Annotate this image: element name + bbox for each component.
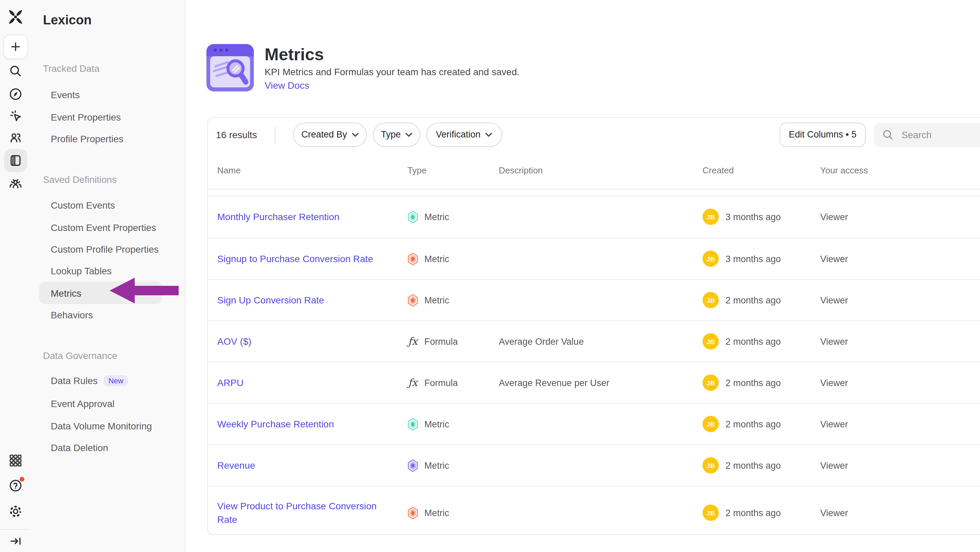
table-row[interactable]: Revenue Metric JB 2 months ago Viewer [208,444,980,486]
scrolled-row-sliver [208,188,980,195]
users-icon[interactable] [8,131,22,144]
metric-name-link[interactable]: ARPU [217,376,407,389]
sidebar-item-data-rules[interactable]: Data Rules New [51,375,128,386]
col-your-access: Your access [820,165,980,175]
type-label: Metric [424,508,449,518]
lexicon-book-icon-active[interactable] [4,149,27,172]
formula-fx-icon: ƒx [407,377,418,389]
filter-created-by[interactable]: Created By [293,122,367,147]
table-row[interactable]: Monthly Purchaser Retention Metric JB 3 … [208,195,980,238]
creator-avatar: JB [703,292,719,308]
chevron-down-icon [406,132,412,136]
table-row[interactable]: Sign Up Conversion Rate Metric JB 2 mont… [208,279,980,321]
type-label: Formula [424,378,458,388]
metric-name-link[interactable]: Signup to Purchase Conversion Rate [217,252,407,265]
sidebar-item-event-properties[interactable]: Event Properties [51,112,121,122]
metric-name-link[interactable]: Sign Up Conversion Rate [217,293,407,307]
table-row[interactable]: View Product to Purchase Conversion Rate… [208,486,980,535]
sidebar-item-custom-event-properties[interactable]: Custom Event Properties [51,222,156,233]
events-cursor-icon[interactable] [8,109,22,123]
creator-avatar: JB [703,457,719,474]
page-title: Metrics [265,45,324,64]
edit-columns-button[interactable]: Edit Columns • 5 [780,122,865,147]
toolbar-divider [274,126,275,143]
new-report-plus-button[interactable] [3,34,27,59]
new-badge: New [104,375,128,386]
type-label: Metric [424,460,449,471]
type-label: Metric [424,295,449,305]
metric-name-link[interactable]: Weekly Purchase Retention [217,417,407,431]
settings-gear-icon[interactable] [8,504,22,518]
metric-name-link[interactable]: Monthly Purchaser Retention [217,210,407,224]
created-date: 2 months ago [725,336,781,346]
created-date: 3 months ago [725,212,781,222]
search-input[interactable] [900,128,977,140]
type-label: Metric [424,254,449,264]
section-data-governance: Data Governance [43,350,117,361]
metric-hexagon-orange-icon [407,252,418,265]
sidebar-item-profile-properties[interactable]: Profile Properties [51,133,124,144]
results-count: 16 results [216,122,257,147]
sidebar-item-lookup-tables[interactable]: Lookup Tables [51,265,112,276]
metric-name-link[interactable]: View Product to Purchase Conversion Rate [217,499,407,526]
page-description: KPI Metrics and Formulas your team has c… [265,66,519,77]
chevron-down-icon [485,132,492,136]
chevron-down-icon [352,132,359,136]
help-question-icon[interactable] [8,479,22,492]
lexicon-sidebar: Lexicon Tracked Data Events Event Proper… [30,0,185,552]
filter-verification[interactable]: Verification [426,122,502,147]
sidebar-item-data-deletion[interactable]: Data Deletion [51,442,108,453]
table-row[interactable]: ARPU ƒx Formula Average Revenue per User… [208,362,980,403]
section-tracked-data: Tracked Data [43,63,100,74]
apps-grid-icon[interactable] [8,454,22,467]
section-saved-definitions: Saved Definitions [43,174,117,185]
metric-hexagon-teal-icon [407,211,418,223]
creator-avatar: JB [703,209,719,225]
metric-hexagon-orange-icon [407,507,418,520]
table-row[interactable]: Weekly Purchase Retention Metric JB 2 mo… [208,403,980,444]
table-body: Monthly Purchaser Retention Metric JB 3 … [208,188,980,535]
col-created: Created [703,165,820,175]
access-cell: Viewer [820,336,980,346]
created-date: 2 months ago [725,460,781,471]
creator-avatar: JB [703,333,719,349]
sidebar-item-metrics[interactable]: Metrics [51,287,81,298]
type-label: Metric [424,212,449,222]
search-icon[interactable] [8,64,22,78]
access-cell: Viewer [820,212,980,222]
mixpanel-logo-icon[interactable] [6,8,24,26]
sidebar-item-events[interactable]: Events [51,89,80,100]
collapse-sidebar-icon[interactable] [8,534,22,548]
creator-avatar: JB [703,416,719,432]
created-date: 2 months ago [725,378,781,388]
created-date: 2 months ago [725,419,781,429]
view-docs-link[interactable]: View Docs [265,80,309,91]
creator-avatar: JB [703,505,719,521]
table-row[interactable]: AOV ($) ƒx Formula Average Order Value J… [208,321,980,362]
sidebar-item-custom-profile-properties[interactable]: Custom Profile Properties [51,244,159,255]
filter-type[interactable]: Type [373,122,420,147]
metric-name-link[interactable]: Revenue [217,458,407,472]
access-cell: Viewer [820,254,980,264]
description-cell: Average Order Value [499,336,703,346]
col-description: Description [499,165,703,175]
metric-hexagon-purple-icon [407,459,418,472]
rail-divider [0,529,30,530]
sidebar-item-event-approval[interactable]: Event Approval [51,398,115,409]
sidebar-item-behaviors[interactable]: Behaviors [51,310,93,321]
navigator-compass-icon[interactable] [8,87,22,101]
access-cell: Viewer [820,295,980,305]
sidebar-item-custom-events[interactable]: Custom Events [51,200,115,211]
col-name: Name [217,165,407,175]
table-header: Name Type Description Created Your acces… [208,156,980,185]
icon-rail [0,0,31,552]
table-row[interactable]: Signup to Purchase Conversion Rate Metri… [208,238,980,279]
formula-fx-icon: ƒx [407,335,418,348]
metric-name-link[interactable]: AOV ($) [217,335,407,348]
created-date: 2 months ago [725,295,781,305]
access-cell: Viewer [820,508,980,518]
sidebar-item-data-volume-monitoring[interactable]: Data Volume Monitoring [51,420,152,431]
created-date: 2 months ago [725,508,781,518]
cohorts-group-icon[interactable] [8,176,22,190]
access-cell: Viewer [820,460,980,471]
